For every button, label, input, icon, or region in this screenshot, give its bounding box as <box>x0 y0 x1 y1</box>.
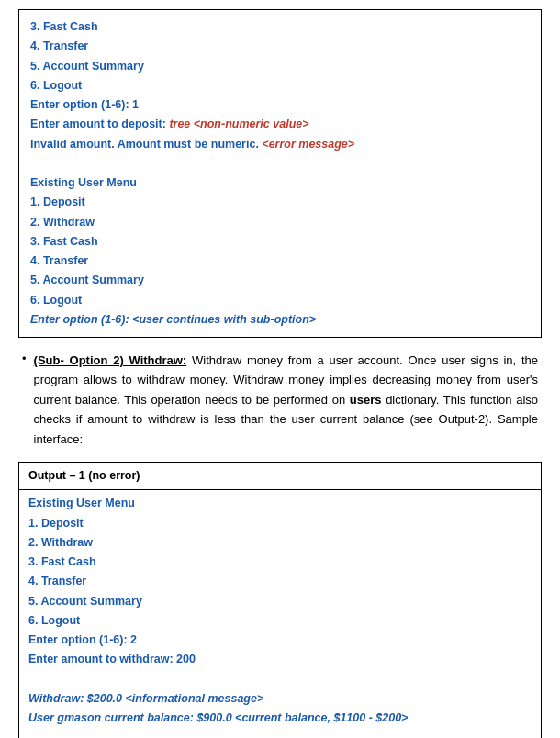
line-deposit-1: 1. Deposit <box>30 196 85 208</box>
bullet-section-withdraw: • (Sub- Option 2) Withdraw: Withdraw mon… <box>18 351 542 449</box>
output-box-1: Output – 1 (no error) Existing User Menu… <box>18 462 542 738</box>
line-transfer-4: 4. Transfer <box>30 39 88 52</box>
o1-enter-option: Enter option (1-6): 2 <box>28 633 137 646</box>
output-1-header: Output – 1 (no error) <box>19 463 541 490</box>
o1-account-summary: 5. Account Summary <box>28 595 142 608</box>
line-enter-option-continue: Enter option (1-6): <user continues with… <box>30 313 316 326</box>
output-1-body: Existing User Menu 1. Deposit 2. Withdra… <box>19 490 541 735</box>
line-fast-cash-3: 3. Fast Cash <box>30 20 98 33</box>
error-message: <error message> <box>262 138 354 151</box>
o1-withdraw: 2. Withdraw <box>28 536 93 549</box>
o1-deposit: 1. Deposit <box>28 517 84 530</box>
o1-fast-cash: 3. Fast Cash <box>28 555 96 568</box>
line-logout-6: 6. Logout <box>30 79 82 92</box>
line-logout-6b: 6. Logout <box>30 294 82 307</box>
o1-withdraw-msg: Withdraw: $200.0 <informational message> <box>28 692 263 705</box>
non-numeric-value: tree <non-numeric value> <box>169 117 308 130</box>
line-withdraw-2: 2. Withdraw <box>30 216 95 229</box>
sub-option-label: (Sub- Option 2) Withdraw: <box>34 353 187 367</box>
o1-enter-amount: Enter amount to withdraw: 200 <box>28 653 196 665</box>
o1-logout: 6. Logout <box>28 614 80 627</box>
line-account-summary-5: 5. Account Summary <box>30 60 144 73</box>
o1-existing-user-menu: Existing User Menu <box>28 497 135 509</box>
users-bold: users <box>350 393 382 407</box>
bullet-dot: • <box>22 352 27 449</box>
line-account-summary-5b: 5. Account Summary <box>30 274 144 286</box>
o1-balance-msg: User gmason current balance: $900.0 <cur… <box>28 711 408 724</box>
line-enter-amount-deposit: Enter amount to deposit: tree <non-numer… <box>30 117 309 130</box>
line-enter-option-1: Enter option (1-6): 1 <box>30 98 139 111</box>
line-invalid-amount: Invalid amount. Amount must be numeric. … <box>30 138 354 151</box>
top-code-box: 3. Fast Cash 4. Transfer 5. Account Summ… <box>18 9 542 338</box>
line-transfer-4b: 4. Transfer <box>30 254 88 267</box>
bullet-text-withdraw: (Sub- Option 2) Withdraw: Withdraw money… <box>34 351 538 449</box>
o1-transfer: 4. Transfer <box>28 575 86 587</box>
line-existing-user-menu-2: Existing User Menu <box>30 176 137 189</box>
line-fast-cash-3b: 3. Fast Cash <box>30 235 98 248</box>
